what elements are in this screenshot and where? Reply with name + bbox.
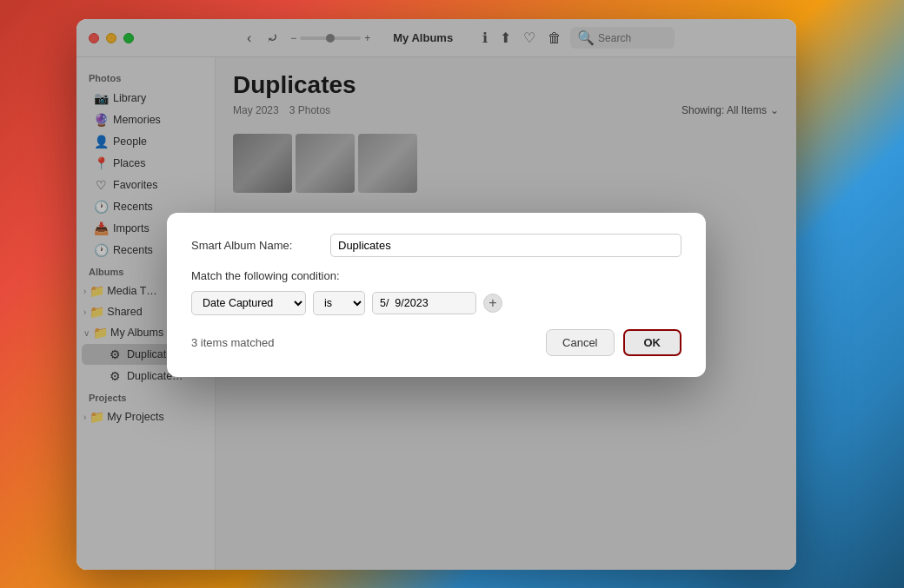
items-matched-label: 3 items matched bbox=[191, 336, 274, 349]
add-condition-button[interactable]: + bbox=[483, 294, 502, 313]
modal-name-row: Smart Album Name: bbox=[191, 234, 681, 257]
app-window: ‹ ⤾ − + My Albums ℹ ⬆ ♡ 🗑 🔍 bbox=[76, 19, 796, 570]
condition-field-select[interactable]: Date Captured bbox=[191, 291, 306, 315]
modal-overlay: Smart Album Name: Match the following co… bbox=[76, 19, 796, 570]
modal-buttons: Cancel OK bbox=[546, 329, 681, 356]
modal-footer: 3 items matched Cancel OK bbox=[191, 329, 681, 356]
smart-album-modal: Smart Album Name: Match the following co… bbox=[167, 213, 706, 377]
condition-date-input[interactable] bbox=[372, 292, 476, 314]
ok-button[interactable]: OK bbox=[623, 329, 682, 356]
modal-name-input[interactable] bbox=[330, 234, 681, 257]
condition-row: Date Captured is + bbox=[191, 291, 681, 315]
cancel-button[interactable]: Cancel bbox=[546, 329, 614, 356]
modal-condition-label: Match the following condition: bbox=[191, 269, 681, 282]
modal-name-label: Smart Album Name: bbox=[191, 239, 322, 252]
condition-operator-select[interactable]: is bbox=[313, 291, 365, 315]
